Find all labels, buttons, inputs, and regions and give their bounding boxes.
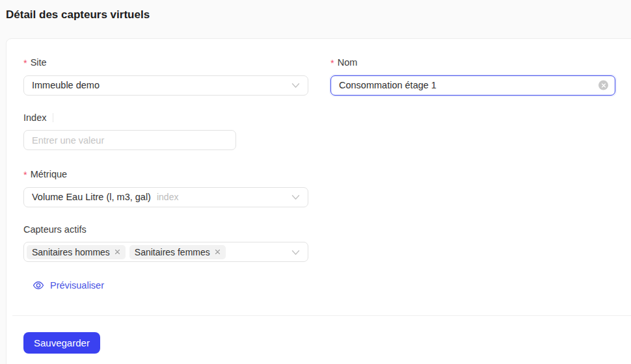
capteurs-actifs-label-text: Capteurs actifs [23,224,87,235]
index-field: Index [23,112,236,150]
sensor-tag: Sanitaires hommes [27,245,126,259]
site-field: Site Immeuble demo [23,57,308,96]
capteurs-actifs-label: Capteurs actifs [23,224,308,235]
nom-input-wrap [330,75,615,96]
sensor-tag-label: Sanitaires hommes [32,246,110,258]
metrique-field: Métrique Volume Eau Litre (l, m3, gal) i… [23,168,308,207]
nom-label-text: Nom [338,57,358,68]
site-select[interactable]: Immeuble demo [23,75,308,96]
chevron-down-icon [291,83,300,88]
metrique-select-suffix: index [157,192,178,202]
sensor-tag: Sanitaires femmes [129,245,226,259]
page-title: Détail des capteurs virtuels [6,8,150,21]
sensor-tag-label: Sanitaires femmes [135,246,210,258]
index-label-divider [53,113,53,122]
chevron-down-icon [291,250,300,255]
capteurs-actifs-select[interactable]: Sanitaires hommesSanitaires femmes [23,242,308,262]
metrique-label-text: Métrique [31,169,67,179]
save-button[interactable]: Sauvegarder [23,332,100,354]
detail-card: Site Immeuble demo Nom Index [6,38,631,364]
site-label: Site [23,57,308,68]
metrique-select[interactable]: Volume Eau Litre (l, m3, gal) index [23,187,308,207]
nom-label: Nom [330,57,615,68]
nom-input[interactable] [330,75,615,96]
metrique-label: Métrique [23,168,308,180]
metrique-select-value: Volume Eau Litre (l, m3, gal) [32,192,151,202]
preview-link[interactable]: Prévisualiser [33,280,104,291]
site-label-text: Site [31,57,47,68]
index-input[interactable] [23,130,236,150]
chevron-down-icon [291,194,300,200]
site-select-value: Immeuble demo [32,80,100,90]
preview-link-label: Prévisualiser [50,280,104,291]
tag-remove-icon[interactable] [215,249,221,255]
capteurs-actifs-field: Capteurs actifs Sanitaires hommesSanitai… [23,224,308,262]
eye-icon [33,281,44,290]
nom-field: Nom [330,57,615,96]
index-input-wrap [23,130,236,150]
index-label-text: Index [23,112,46,123]
index-label: Index [23,112,236,123]
clear-icon[interactable] [598,81,608,90]
section-divider [12,315,631,316]
tag-remove-icon[interactable] [114,249,120,255]
